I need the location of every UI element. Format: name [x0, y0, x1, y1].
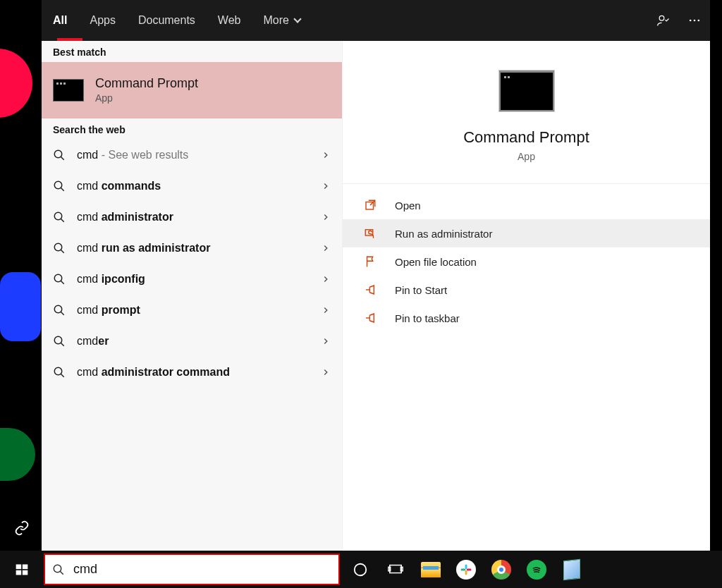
search-icon: [53, 242, 67, 255]
chevron-down-icon: [293, 15, 301, 23]
svg-point-10: [54, 243, 62, 251]
action-pin-to-taskbar[interactable]: Pin to taskbar: [343, 304, 710, 332]
svg-line-15: [61, 312, 64, 315]
best-match-result[interactable]: Command Prompt App: [42, 62, 342, 118]
svg-line-5: [61, 157, 64, 160]
search-icon: [53, 149, 67, 161]
open-icon: [364, 199, 384, 212]
chevron-right-icon: [321, 336, 331, 346]
svg-line-17: [61, 343, 64, 346]
web-suggestion[interactable]: cmd run as administrator: [42, 233, 342, 264]
svg-point-2: [694, 20, 696, 22]
suggestion-label: cmd commands: [77, 180, 321, 192]
web-suggestion[interactable]: cmd commands: [42, 171, 342, 202]
svg-rect-22: [16, 564, 22, 569]
results-list: Best match Command Prompt App Search the…: [42, 41, 343, 551]
svg-line-27: [60, 571, 63, 575]
suggestion-label: cmd administrator command: [77, 366, 321, 379]
svg-point-12: [54, 274, 62, 282]
wallpaper-shape: [0, 49, 32, 118]
svg-line-7: [61, 188, 64, 191]
section-best-match: Best match: [42, 41, 342, 62]
admin-icon: [364, 227, 384, 240]
svg-line-9: [61, 219, 64, 222]
suggestion-label: cmd ipconfig: [77, 273, 321, 286]
pin-icon: [364, 312, 384, 324]
tab-all[interactable]: All: [42, 0, 78, 41]
options-button[interactable]: [679, 0, 710, 41]
svg-rect-32: [465, 564, 467, 569]
action-run-as-administrator[interactable]: Run as administrator: [343, 219, 710, 247]
search-tabs: All Apps Documents Web More: [42, 0, 710, 41]
svg-rect-34: [465, 570, 467, 575]
action-pin-to-start[interactable]: Pin to Start: [343, 276, 710, 304]
taskbar-search[interactable]: [44, 553, 340, 585]
svg-rect-35: [467, 568, 472, 570]
taskbar-file-explorer[interactable]: [413, 551, 448, 588]
svg-point-16: [54, 336, 62, 344]
preview-subtitle: App: [518, 151, 535, 162]
tab-documents[interactable]: Documents: [127, 0, 207, 41]
search-icon: [53, 366, 67, 379]
web-suggestion[interactable]: cmd administrator: [42, 202, 342, 233]
svg-line-19: [61, 374, 64, 377]
taskbar-cortana[interactable]: [343, 551, 378, 588]
action-label: Open file location: [395, 256, 477, 268]
svg-point-8: [54, 212, 62, 220]
preview-actions: OpenRun as administratorOpen file locati…: [343, 184, 710, 339]
svg-rect-33: [461, 568, 466, 570]
search-icon: [53, 180, 67, 192]
suggestion-label: cmd run as administrator: [77, 242, 321, 255]
best-match-subtitle: App: [95, 92, 198, 104]
svg-point-4: [54, 150, 62, 158]
web-suggestion[interactable]: cmd prompt: [42, 295, 342, 326]
start-button[interactable]: [0, 551, 44, 588]
chevron-right-icon: [321, 367, 331, 377]
search-input[interactable]: [73, 562, 331, 577]
svg-point-6: [54, 181, 62, 189]
svg-point-26: [54, 565, 61, 572]
web-suggestion[interactable]: cmd administrator command: [42, 357, 342, 388]
web-suggestion[interactable]: cmd - See web results: [42, 140, 342, 171]
web-suggestion[interactable]: cmd ipconfig: [42, 264, 342, 295]
taskbar-slack[interactable]: [448, 551, 484, 588]
svg-point-28: [355, 563, 367, 575]
suggestion-label: cmd - See web results: [77, 149, 321, 161]
svg-rect-25: [23, 570, 28, 575]
svg-rect-24: [16, 570, 22, 575]
search-icon: [53, 335, 67, 348]
taskbar-notepad[interactable]: [554, 551, 589, 588]
taskbar: [0, 551, 722, 588]
tab-more-label: More: [263, 14, 288, 27]
taskbar-task-view[interactable]: [378, 551, 413, 588]
svg-point-1: [690, 20, 692, 22]
chevron-right-icon: [321, 305, 331, 315]
suggestion-label: cmd prompt: [77, 304, 321, 317]
svg-point-3: [698, 20, 700, 22]
chevron-right-icon: [321, 243, 331, 253]
svg-rect-23: [23, 564, 28, 569]
search-icon: [53, 304, 67, 317]
svg-line-13: [61, 281, 64, 284]
tab-apps[interactable]: Apps: [78, 0, 126, 41]
taskbar-spotify[interactable]: [519, 551, 554, 588]
action-label: Run as administrator: [395, 228, 492, 240]
web-suggestion[interactable]: cmder: [42, 326, 342, 357]
svg-point-14: [54, 305, 62, 313]
tab-web[interactable]: Web: [207, 0, 252, 41]
wallpaper-shape: [0, 272, 41, 341]
action-open-file-location[interactable]: Open file location: [343, 247, 710, 276]
link-icon: [14, 520, 30, 536]
search-icon: [53, 211, 67, 223]
preview-title: Command Prompt: [463, 128, 589, 147]
feedback-button[interactable]: [648, 0, 679, 41]
tab-more[interactable]: More: [252, 0, 311, 41]
pin-icon: [364, 283, 384, 296]
taskbar-chrome[interactable]: [484, 551, 519, 588]
preview-pane: Command Prompt App OpenRun as administra…: [343, 41, 710, 551]
suggestion-label: cmder: [77, 335, 321, 348]
action-open[interactable]: Open: [343, 191, 710, 219]
chevron-right-icon: [321, 150, 331, 160]
chevron-right-icon: [321, 212, 331, 222]
command-prompt-icon: [499, 71, 554, 111]
